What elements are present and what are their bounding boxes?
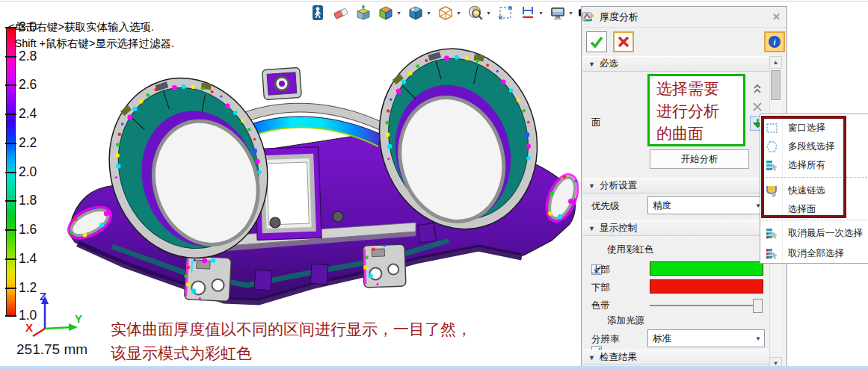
- annotation-text-1: 实体曲面厚度值以不同的区间进行显示，一目了然，: [111, 319, 472, 340]
- band-slider-thumb[interactable]: [753, 299, 763, 313]
- menu-item-deselect-all[interactable]: 取消全部选择: [760, 244, 868, 263]
- viewport-3d[interactable]: <单击右键>获取实体输入选项. <Shift +鼠标右键>显示选择过滤器. 3.…: [0, 0, 581, 366]
- extrude-button[interactable]: [354, 4, 372, 22]
- colorbar-value: 2.8: [19, 49, 50, 64]
- shaded-with-edges-button[interactable]: [376, 4, 395, 22]
- colorbar-value: 2.0: [19, 164, 50, 180]
- display-dropdown-caret[interactable]: ▾: [567, 10, 574, 16]
- menu-item-quick-chain[interactable]: 快速链选: [760, 182, 868, 200]
- colorbar-value: 1.8: [19, 193, 50, 208]
- shaded-dropdown-caret[interactable]: ▾: [395, 10, 402, 16]
- section-required[interactable]: ▼ 必选: [582, 56, 769, 72]
- band-slider-track[interactable]: [650, 305, 759, 306]
- orientation-triad: Z Y X: [19, 291, 84, 339]
- list-clear-button[interactable]: [750, 99, 765, 114]
- model-top-tab: [262, 67, 302, 99]
- list-collapse-button[interactable]: [750, 81, 765, 96]
- zoom-button[interactable]: [466, 4, 484, 22]
- colorbar-tick: [5, 114, 16, 115]
- section-display-label: 显示控制: [600, 222, 637, 235]
- callout-line-1: 选择需要: [656, 78, 743, 100]
- upper-color-swatch[interactable]: [650, 261, 763, 276]
- zoom-dropdown-caret[interactable]: ▾: [485, 10, 492, 16]
- dialog-title-bar[interactable]: 厚度分析 ✕: [582, 7, 787, 28]
- clear-x-icon: [753, 102, 762, 111]
- colorbar-tick: [5, 258, 16, 260]
- lower-color-swatch[interactable]: [650, 279, 763, 294]
- menu-item-window-select[interactable]: 窗口选择: [760, 119, 868, 137]
- rendering-dropdown-caret[interactable]: ▾: [425, 10, 432, 16]
- info-icon: i: [769, 36, 781, 48]
- model-bracket-left: [184, 256, 231, 302]
- menu-item-label: 选择所有: [788, 159, 825, 172]
- section-display-control[interactable]: ▼ 显示控制: [582, 220, 769, 236]
- ok-button[interactable]: [586, 31, 607, 52]
- menu-item-label: 窗口选择: [788, 122, 825, 134]
- section-check-results[interactable]: ▼ 检查结果: [582, 350, 769, 365]
- fit-view-button[interactable]: [496, 4, 514, 22]
- colorbar-value: 1.4: [19, 251, 50, 267]
- menu-item-select-face[interactable]: 选择面: [760, 200, 868, 219]
- upper-label: 上部: [591, 264, 610, 276]
- colorbar-tick: [5, 200, 16, 202]
- wireframe-button[interactable]: [436, 4, 455, 22]
- scroll-up-icon: ▲: [773, 59, 779, 66]
- info-button[interactable]: i: [764, 31, 785, 52]
- chevron-double-up-icon: [753, 84, 762, 94]
- cancel-button[interactable]: [613, 31, 634, 52]
- rendering-style-button[interactable]: [406, 4, 425, 22]
- close-icon[interactable]: ✕: [772, 11, 781, 22]
- colorbar-tick: [5, 229, 16, 231]
- instrument-cluster-model: [64, 37, 579, 336]
- wireframe-dropdown-caret[interactable]: ▾: [455, 10, 462, 16]
- erase-button[interactable]: [331, 4, 350, 22]
- scale-readout: 251.75 mm: [16, 341, 87, 358]
- menu-item-deselect-last[interactable]: 取消最后一次选择: [760, 224, 868, 243]
- callout-line-3: 的曲面: [656, 123, 743, 145]
- face-label: 面: [591, 117, 601, 129]
- section-results-label: 检查结果: [600, 351, 637, 364]
- display-mode-button[interactable]: [548, 4, 567, 22]
- menu-item-polyline-select[interactable]: 多段线选择: [760, 137, 868, 156]
- axis-x-label: X: [25, 321, 33, 334]
- colorbar-value: 2.2: [19, 135, 50, 151]
- measure-distance-button[interactable]: [518, 4, 537, 22]
- deselect-all-icon: [766, 247, 778, 260]
- colorbar-tick: [5, 172, 16, 173]
- selection-context-menu: 窗口选择 多段线选择 选择所有 快速链选 选择面: [760, 114, 868, 264]
- dialog-title: 厚度分析: [600, 10, 638, 24]
- menu-item-select-all[interactable]: 选择所有: [760, 156, 868, 175]
- select-all-icon: [766, 159, 778, 172]
- model-bracket-right: [363, 244, 406, 288]
- nx-thickness-analysis-window: <单击右键>获取实体输入选项. <Shift +鼠标右键>显示选择过滤器. 3.…: [0, 0, 868, 369]
- callout-line-2: 进行分析: [656, 100, 743, 123]
- colorbar-value: 2.4: [19, 106, 50, 122]
- polyline-select-icon: [766, 140, 778, 153]
- colorbar-tick: [5, 288, 16, 289]
- section-collapse-icon: ▼: [588, 61, 595, 68]
- resolution-dropdown[interactable]: 标准 ▾: [647, 329, 765, 347]
- colorbar-value: 1.6: [19, 222, 50, 238]
- section-collapse-icon: ▼: [588, 354, 595, 362]
- section-required-label: 必选: [600, 58, 618, 70]
- section-analysis-label: 分析设置: [600, 179, 637, 192]
- colorbar-value: 2.6: [19, 77, 50, 93]
- section-analysis-settings[interactable]: ▼ 分析设置: [582, 178, 769, 193]
- scrollbar-thumb[interactable]: [771, 70, 781, 100]
- chevron-down-icon: ▾: [752, 335, 764, 342]
- window-select-icon: [766, 122, 778, 134]
- exit-button[interactable]: [309, 4, 327, 22]
- priority-dropdown[interactable]: 精度 ▾: [647, 196, 765, 214]
- band-label: 色带: [591, 300, 610, 312]
- colorbar-tick: [5, 84, 16, 86]
- lower-label: 下部: [591, 282, 610, 294]
- start-analysis-button[interactable]: 开始分析: [650, 149, 749, 169]
- menu-item-label: 快速链选: [788, 184, 825, 197]
- colorbar-tick: [5, 27, 16, 28]
- menu-item-label: 选择面: [788, 203, 816, 216]
- colorbar-tick: [5, 56, 16, 58]
- scroll-up-button[interactable]: ▲: [769, 56, 782, 69]
- section-collapse-icon: ▼: [588, 225, 595, 232]
- axis-y-label: Y: [75, 312, 82, 325]
- measure-dropdown-caret[interactable]: ▾: [538, 10, 544, 16]
